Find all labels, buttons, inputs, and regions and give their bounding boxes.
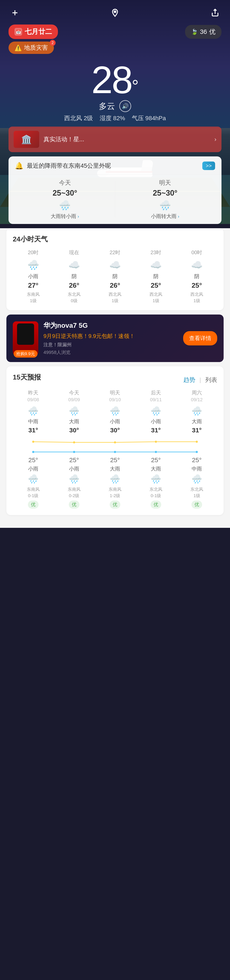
hourly-weather-card: 24小时天气 20时 🌧️ 小雨 27° 东南风1级 现在 ☁️ 阴 26° 东… <box>6 228 224 310</box>
temperature-value: 28 <box>91 58 132 101</box>
notification-text: 最近的降雨带在东南45公里外呢 <box>27 162 199 170</box>
day-date: 09/12 <box>178 397 216 402</box>
today-temp: 25~30° <box>15 189 115 197</box>
day-weather-top: 小雨 <box>136 418 175 425</box>
day-weather-bot: 中雨 <box>178 465 216 472</box>
short-forecast-row: 今天 25~30° 🌧️ 大雨转小雨 › 明天 25~30° 🌧️ 小雨转大雨 … <box>8 175 222 224</box>
pressure-info: 气压 984hPa <box>132 115 166 121</box>
share-button[interactable] <box>209 6 222 19</box>
day-aqi: 优 <box>192 501 202 509</box>
day-weather-bot: 大雨 <box>96 465 134 472</box>
aqi-value: 36 <box>200 28 207 35</box>
day-temp-high: 30° <box>55 426 94 434</box>
ad-phone-image: 抢购9.9元 <box>13 321 38 355</box>
day-icon-bot: 🌧️ <box>14 474 52 484</box>
hourly-weather-icon: ☁️ <box>135 259 176 270</box>
date-aqi-row: 📅 七月廿二 🍃 36 优 <box>0 24 230 39</box>
day-weather-bot: 小雨 <box>55 465 94 472</box>
hourly-row: 20时 🌧️ 小雨 27° 东南风1级 现在 ☁️ 阴 26° 东北风0级 22… <box>13 249 217 304</box>
today-forecast-item[interactable]: 今天 25~30° 🌧️ 大雨转小雨 › <box>15 179 115 220</box>
tomorrow-weather-desc: 小雨转大雨 › <box>115 213 215 220</box>
hourly-time: 00时 <box>176 249 217 256</box>
hourly-wind: 东北风0级 <box>54 291 95 304</box>
sound-button[interactable]: 🔊 <box>119 100 131 112</box>
bell-icon: 🔔 <box>15 162 24 170</box>
day-temp-high: 31° <box>14 426 52 434</box>
day-column-bottom: 25° 大雨 🌧️ 东北风0-1级 优 <box>135 457 176 509</box>
hourly-item: 00时 ☁️ 阴 25° 西北风1级 <box>176 249 217 304</box>
ad-banner[interactable]: 抢购9.9元 华为nova7 5G 9月9日逆天特惠！9.9元包邮！速领！ 注意… <box>6 315 224 362</box>
add-button[interactable] <box>8 6 21 19</box>
hourly-weather-icon: ☁️ <box>54 259 95 270</box>
disaster-text: 地质灾害 <box>24 44 48 52</box>
tomorrow-label: 明天 <box>115 179 215 187</box>
today-weather-icon: 🌧️ <box>15 200 115 211</box>
ad-cta-button[interactable]: 查看详情 <box>183 331 217 345</box>
day-wind: 东南风1-2级 <box>96 486 134 499</box>
disaster-badge[interactable]: ⚠️ 地质灾害 2 <box>8 41 54 54</box>
svg-point-8 <box>114 441 116 444</box>
ad-brand: 华为nova7 5G <box>43 321 178 330</box>
day-column: 今天 09/09 🌧️ 大雨 30° <box>54 389 95 435</box>
hourly-card-title: 24小时天气 <box>13 235 217 244</box>
day-wind: 东南风0-1级 <box>14 486 52 499</box>
weather-desc-row: 多云 🔊 <box>0 100 230 112</box>
day-column: 昨天 09/08 🌧️ 中雨 31° <box>13 389 54 435</box>
notification-card: 🔔 最近的降雨带在东南45公里外呢 >> 今天 25~30° 🌧️ 大雨转小雨 … <box>8 156 222 224</box>
ad-content: 华为nova7 5G 9月9日逆天特惠！9.9元包邮！速领！ 注意！限漏州 49… <box>43 321 178 356</box>
today-label: 今天 <box>15 179 115 187</box>
calendar-icon: 📅 <box>14 28 22 36</box>
hourly-item: 22时 ☁️ 阴 26° 西北风1级 <box>95 249 135 304</box>
day-date: 09/11 <box>136 397 175 402</box>
aqi-badge[interactable]: 🍃 36 优 <box>185 25 222 39</box>
tomorrow-forecast-item[interactable]: 明天 25~30° 🌧️ 小雨转大雨 › <box>115 179 215 220</box>
date-badge[interactable]: 📅 七月廿二 <box>8 24 58 39</box>
day-aqi: 优 <box>109 501 121 509</box>
temp-value-container: 28° <box>0 61 230 99</box>
hourly-wind: 西北风1级 <box>95 291 135 304</box>
date-text: 七月廿二 <box>25 27 52 37</box>
svg-point-10 <box>155 441 157 443</box>
day-label: 昨天 <box>14 389 52 396</box>
hero-section: 📅 七月廿二 🍃 36 优 ⚠️ 地质灾害 2 28° 多云 🔊 西北风 2级 <box>0 0 230 224</box>
day-label: 明天 <box>96 389 134 396</box>
humidity-info: 湿度 82% <box>100 115 125 121</box>
hourly-desc: 阴 <box>135 273 176 280</box>
temperature-unit: ° <box>132 76 139 95</box>
day-date: 09/09 <box>55 397 94 402</box>
hourly-weather-icon: ☁️ <box>95 259 135 270</box>
day-icon-bot: 🌧️ <box>55 474 94 484</box>
hourly-item: 现在 ☁️ 阴 26° 东北风0级 <box>54 249 95 304</box>
notification-link[interactable]: >> <box>202 162 215 170</box>
svg-point-6 <box>73 441 75 444</box>
svg-point-9 <box>114 451 116 453</box>
today-arrow-icon: › <box>78 214 79 219</box>
hourly-weather-icon: ☁️ <box>176 259 217 270</box>
day-temp-low: 25° <box>136 457 175 464</box>
day-wind: 东南风0-2级 <box>55 486 94 499</box>
forecast-tabs: 趋势 | 列表 <box>183 376 217 384</box>
tab-divider: | <box>200 377 201 383</box>
hourly-desc: 阴 <box>176 273 217 280</box>
day-icon-bot: 🌧️ <box>96 474 134 484</box>
header-bar <box>0 0 230 22</box>
day-icon-bot: 🌧️ <box>178 474 216 484</box>
hourly-temp: 26° <box>54 282 95 290</box>
day-label: 今天 <box>55 389 94 396</box>
location-button[interactable] <box>109 6 121 19</box>
day-aqi: 优 <box>28 501 38 509</box>
day-temp-high: 31° <box>178 426 216 434</box>
hourly-wind: 东南风1级 <box>13 291 54 304</box>
day-column: 明天 09/10 🌧️ 小雨 30° <box>95 389 135 435</box>
day-wind: 东北风0-1级 <box>136 486 175 499</box>
list-tab[interactable]: 列表 <box>205 376 217 384</box>
trend-tab[interactable]: 趋势 <box>183 376 195 384</box>
promo-banner[interactable]: 真实活动！星... › <box>8 127 222 152</box>
sound-icon: 🔊 <box>122 103 128 110</box>
hourly-weather-icon: 🌧️ <box>13 259 54 270</box>
tomorrow-temp: 25~30° <box>115 189 215 197</box>
aqi-level: 优 <box>209 27 216 36</box>
day-icon-top: 🌧️ <box>14 406 52 416</box>
day-date: 09/08 <box>14 397 52 402</box>
hourly-item: 23时 ☁️ 阴 25° 西北风1级 <box>135 249 176 304</box>
